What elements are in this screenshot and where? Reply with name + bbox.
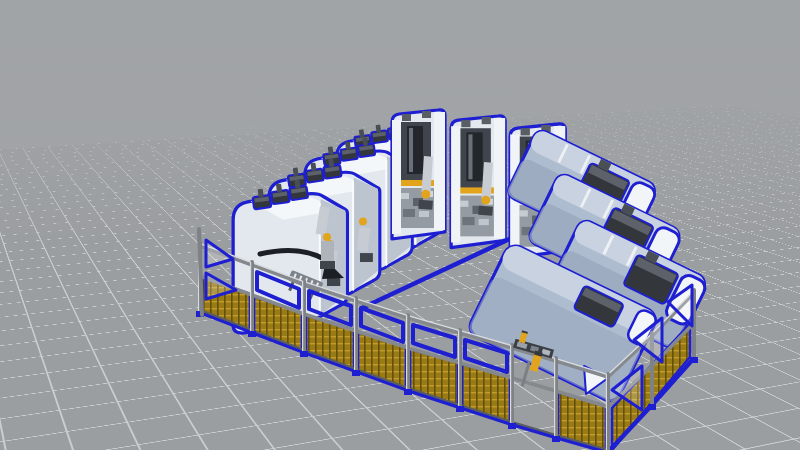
press-machine-2[interactable] <box>451 116 505 248</box>
3d-viewport[interactable] <box>0 0 800 450</box>
selected-cell-layer <box>0 0 800 450</box>
press-machine-1[interactable] <box>392 110 445 239</box>
